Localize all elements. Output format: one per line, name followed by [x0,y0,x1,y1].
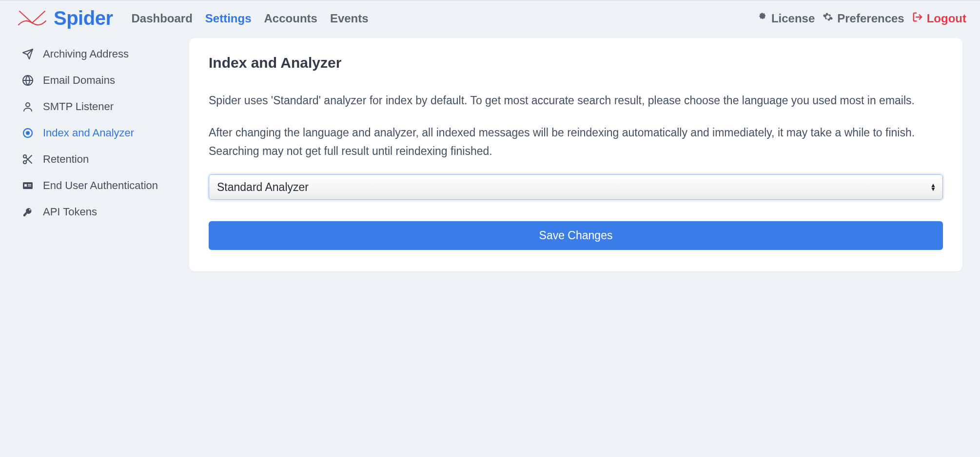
brand-logo-icon [18,8,47,29]
brand[interactable]: Spider [18,7,113,29]
globe-icon [21,75,34,86]
logout-icon [912,12,923,25]
svg-rect-13 [28,186,31,187]
sidebar-item-index-analyzer[interactable]: Index and Analyzer [18,120,174,146]
sidebar-item-retention[interactable]: Retention [18,146,174,172]
id-card-icon [21,180,34,191]
sidebar-item-label: SMTP Listener [43,100,114,113]
svg-rect-11 [24,184,27,187]
sidebar-item-end-user-auth[interactable]: End User Authentication [18,172,174,199]
nav-events[interactable]: Events [330,12,369,25]
settings-sidebar: Archiving Address Email Domains SMTP Lis… [18,38,174,225]
sidebar-item-archiving-address[interactable]: Archiving Address [18,41,174,67]
sidebar-item-label: Email Domains [43,74,115,87]
license-link[interactable]: License [757,12,815,25]
gear-icon [823,12,833,25]
sidebar-item-label: API Tokens [43,206,97,218]
paper-plane-icon [21,48,34,60]
sidebar-item-label: End User Authentication [43,179,158,192]
nav-settings[interactable]: Settings [205,12,252,25]
preferences-label: Preferences [837,12,904,25]
analyzer-select[interactable]: Standard Analyzer [209,174,943,200]
license-label: License [771,12,815,25]
scissors-icon [21,153,34,165]
logout-link[interactable]: Logout [912,12,966,25]
preferences-link[interactable]: Preferences [823,12,904,25]
sidebar-item-label: Retention [43,153,89,166]
nav-accounts[interactable]: Accounts [264,12,317,25]
certificate-icon [757,12,767,25]
user-icon [21,101,34,113]
description-paragraph-1: Spider uses 'Standard' analyzer for inde… [209,92,943,110]
svg-point-5 [26,131,30,135]
logout-label: Logout [927,12,966,25]
nav-dashboard[interactable]: Dashboard [131,12,192,25]
description-paragraph-2: After changing the language and analyzer… [209,124,943,161]
brand-name: Spider [54,7,113,29]
settings-card: Index and Analyzer Spider uses 'Standard… [189,38,962,271]
sidebar-item-api-tokens[interactable]: API Tokens [18,199,174,225]
svg-rect-12 [28,184,31,185]
svg-point-3 [26,103,30,107]
sidebar-item-label: Index and Analyzer [43,127,134,139]
save-button[interactable]: Save Changes [209,221,943,250]
page-title: Index and Analyzer [209,55,943,71]
sidebar-item-label: Archiving Address [43,48,129,60]
target-icon [21,127,34,139]
sidebar-item-email-domains[interactable]: Email Domains [18,67,174,94]
key-icon [21,206,34,218]
sidebar-item-smtp-listener[interactable]: SMTP Listener [18,94,174,120]
